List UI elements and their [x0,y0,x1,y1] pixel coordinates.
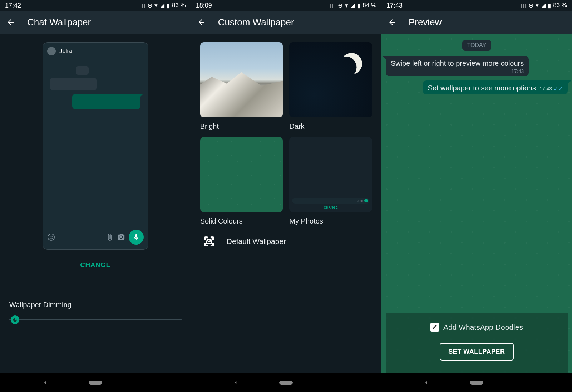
content-area: Bright Dark Solid Colours ⌂ ◉ CHANGE [191,34,381,373]
thumb-photos-mic-dot [364,199,368,202]
set-wallpaper-button[interactable]: SET WALLPAPER [440,343,513,361]
option-solid-colours[interactable]: Solid Colours [200,137,283,225]
page-title: Custom Wallpaper [218,17,294,28]
option-label: Solid Colours [200,217,283,225]
bottom-panel: ✓ Add WhatsApp Doodles SET WALLPAPER [386,313,568,373]
attach-icon [106,233,114,241]
nav-home-pill[interactable] [470,381,483,385]
checkbox-checked-icon[interactable]: ✓ [430,323,439,332]
moon-icon [13,317,18,322]
wifi-icon: ▾ [154,2,158,9]
nav-back-icon[interactable] [232,379,239,386]
default-label: Default Wallpaper [227,237,286,246]
app-bar: Preview [381,11,572,34]
dimming-section: Wallpaper Dimming [0,301,191,320]
thumb-photos-input-bar: ⌂ ◉ [292,198,369,204]
option-label: Dark [289,122,372,131]
preview-bubble-incoming-small [76,66,89,75]
mic-button [129,230,144,245]
dnd-icon: ⊖ [528,2,533,9]
preview-background[interactable]: TODAY Swipe left or right to preview mor… [381,34,572,373]
wifi-icon: ▾ [536,2,539,9]
dimming-label: Wallpaper Dimming [9,301,182,309]
slider-thumb[interactable] [11,315,19,324]
back-icon[interactable] [197,18,206,26]
message-text: Swipe left or right to preview more colo… [391,59,524,68]
nav-back-icon[interactable] [423,379,429,386]
emoji-icon [47,233,55,241]
status-time: 18:09 [196,2,212,9]
message-text: Set wallpaper to see more options [428,84,536,92]
svg-point-2 [52,236,53,237]
option-label: Bright [200,122,283,131]
nav-bar [0,373,191,392]
back-icon[interactable] [388,18,396,26]
status-icons: ◫ ⊖ ▾ ◢ ▮ 83 % [521,2,567,9]
message-time-value: 17:43 [539,86,552,92]
option-bright[interactable]: Bright [200,42,283,131]
avatar [47,47,56,55]
signal-icon: ◢ [350,2,355,9]
status-bar: 18:09 ◫ ⊖ ▾ ◢ ▮ 84 % [191,0,381,11]
thumb-bright [200,42,283,117]
signal-icon: ◢ [541,2,546,9]
change-button[interactable]: CHANGE [80,261,110,269]
divider [0,286,191,286]
preview-bubble-outgoing [72,94,140,109]
back-icon[interactable] [6,18,15,26]
battery-icon: ▮ [548,2,551,9]
status-bar: 17:43 ◫ ⊖ ▾ ◢ ▮ 83 % [381,0,572,11]
preview-bubble-incoming [50,78,97,90]
app-bar: Chat Wallpaper [0,11,191,34]
chat-contact-name: Julia [59,48,72,55]
mic-icon [133,234,140,241]
read-ticks-icon: ✓✓ [553,85,563,92]
svg-point-1 [50,236,50,237]
screen-custom-wallpaper: 18:09 ◫ ⊖ ▾ ◢ ▮ 84 % Custom Wallpaper Br… [191,0,381,392]
nav-back-icon[interactable] [42,379,48,386]
battery-percent: 83 % [553,2,567,9]
message-time: 17:43 ✓✓ [539,85,563,92]
page-title: Preview [409,17,442,28]
vibrate-icon: ◫ [330,2,336,9]
thumb-dark [289,42,372,117]
camera-icon [117,233,125,241]
nav-bar [381,373,572,392]
status-icons: ◫ ⊖ ▾ ◢ ▮ 84 % [330,2,376,9]
nav-home-pill[interactable] [279,381,293,385]
svg-point-0 [48,234,54,240]
wallpaper-frame-icon [204,236,214,247]
message-time: 17:43 [391,68,524,74]
wifi-icon: ▾ [345,2,348,9]
screen-chat-wallpaper: 17:42 ◫ ⊖ ▾ ◢ ▮ 83 % Chat Wallpaper Juli… [0,0,191,392]
option-dark[interactable]: Dark [289,42,372,131]
thumb-photos-change-label: CHANGE [292,206,369,209]
vibrate-icon: ◫ [521,2,526,9]
status-icons: ◫ ⊖ ▾ ◢ ▮ 83 % [139,2,186,9]
chat-preview-header: Julia [47,47,144,55]
dimming-slider[interactable] [9,319,182,320]
nav-home-pill[interactable] [89,381,102,385]
status-bar: 17:42 ◫ ⊖ ▾ ◢ ▮ 83 % [0,0,191,11]
option-my-photos[interactable]: ⌂ ◉ CHANGE My Photos [289,137,372,225]
battery-percent: 83 % [172,2,186,9]
vibrate-icon: ◫ [139,2,145,9]
wallpaper-grid: Bright Dark Solid Colours ⌂ ◉ CHANGE [191,34,381,225]
dnd-icon: ⊖ [147,2,152,9]
nav-bar [191,373,381,392]
message-outgoing: Set wallpaper to see more options 17:43 … [423,80,568,94]
option-default-wallpaper[interactable]: Default Wallpaper [191,225,381,258]
dnd-icon: ⊖ [338,2,343,9]
thumb-solid [200,137,283,212]
option-label: My Photos [289,217,372,225]
doodles-checkbox-row[interactable]: ✓ Add WhatsApp Doodles [430,323,523,332]
status-time: 17:43 [386,2,403,9]
screen-preview: 17:43 ◫ ⊖ ▾ ◢ ▮ 83 % Preview TODAY Swipe… [381,0,572,392]
message-incoming: Swipe left or right to preview more colo… [386,56,529,76]
thumb-photos: ⌂ ◉ CHANGE [289,137,372,212]
battery-icon: ▮ [167,2,170,9]
page-title: Chat Wallpaper [27,17,91,28]
battery-percent: 84 % [363,2,376,9]
doodles-label: Add WhatsApp Doodles [443,323,523,332]
status-time: 17:42 [5,2,21,9]
